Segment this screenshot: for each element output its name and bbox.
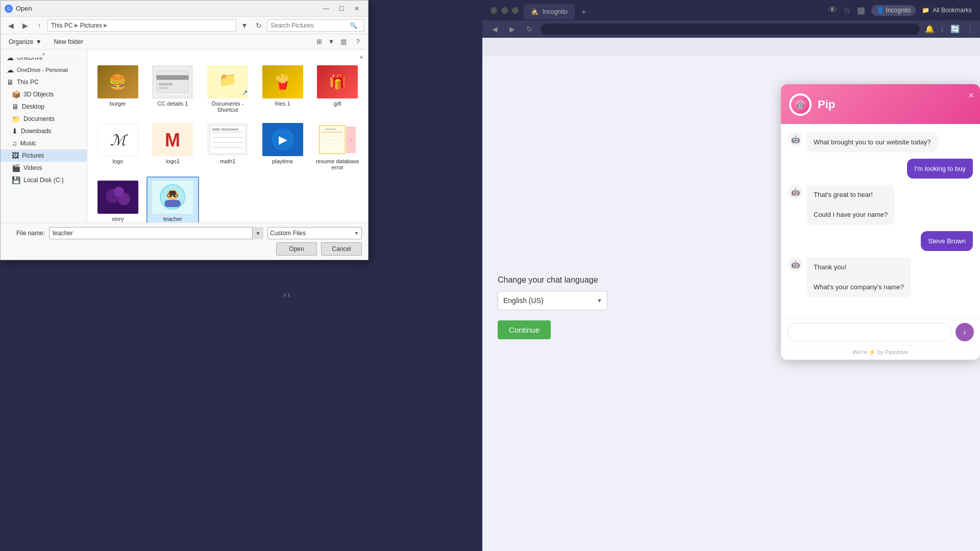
filename-dropdown-btn[interactable]: ▼ xyxy=(252,227,263,239)
bot-icon-1: 🤖 xyxy=(791,135,800,143)
user-msg-2-text: Steve Brown xyxy=(928,237,966,245)
refresh-btn[interactable]: ↻ xyxy=(253,19,265,32)
sidebar-item-onedrive-personal[interactable]: ☁ OneDrive - Personal xyxy=(1,64,87,76)
pip-send-btn[interactable]: › xyxy=(955,323,974,341)
dialog-forward-btn[interactable]: ▶ xyxy=(19,19,31,32)
dialog-window-controls[interactable]: — ☐ ✕ xyxy=(319,4,364,14)
pip-bubble-user-1: I'm looking to buy xyxy=(907,159,973,179)
sidebar-item-desktop[interactable]: 🖥 Desktop xyxy=(1,101,87,113)
breadcrumb[interactable]: This PC ▶ Pictures ▶ xyxy=(47,19,236,32)
all-bookmarks[interactable]: 📁 All Bookmarks xyxy=(922,5,972,16)
forward-btn-rp[interactable]: ▶ xyxy=(506,23,518,35)
pip-bot-avatar-3: 🤖 xyxy=(788,257,802,271)
dialog-nav-toolbar: ◀ ▶ ↑ This PC ▶ Pictures ▶ ▼ ↻ 🔍 xyxy=(1,17,368,34)
language-select[interactable]: English (US) xyxy=(498,291,607,310)
file-label-resume: resume database error xyxy=(315,158,360,170)
window-controls[interactable] xyxy=(491,7,519,14)
files-grid: 🍔 burger xyxy=(91,61,364,222)
sidebar-item-documents[interactable]: 📁 Documents xyxy=(1,113,87,125)
pip-avatar: 🤖 xyxy=(789,93,812,116)
filename-input-wrapper[interactable]: ▼ xyxy=(49,227,263,239)
downloads-label: Downloads xyxy=(21,128,51,135)
view-grid-btn[interactable]: ⊞ xyxy=(313,36,325,47)
file-docs-shortcut[interactable]: 📁 ↗ Documents - Shortcut xyxy=(201,61,254,117)
search-box[interactable]: 🔍 xyxy=(267,19,364,32)
language-select-wrapper[interactable]: English (US) xyxy=(498,291,607,310)
pip-text-input[interactable] xyxy=(787,323,951,341)
incognito-badge: 👤 Incognito xyxy=(871,5,916,16)
sidebar-item-downloads[interactable]: ⬇ Downloads xyxy=(1,125,87,137)
minimize-btn[interactable] xyxy=(491,7,497,14)
file-teacher[interactable]: teacher xyxy=(146,177,200,222)
onedrive-personal-label: OneDrive - Personal xyxy=(17,67,68,73)
ellipsis-icon[interactable]: ⋮ xyxy=(966,24,974,34)
help-btn[interactable]: ? xyxy=(352,36,364,47)
bookmark-icon[interactable]: 🔔 xyxy=(925,24,935,34)
file-resume[interactable]: Resume ! resume database error xyxy=(311,119,364,174)
back-btn-rp[interactable]: ◀ xyxy=(488,23,501,35)
file-burger[interactable]: 🍔 burger xyxy=(91,61,144,117)
filetype-select[interactable]: Custom Files All Files (*.*) xyxy=(267,227,362,239)
file-story[interactable]: story xyxy=(91,177,144,222)
incognito-tab[interactable]: 🕵 Incognito xyxy=(524,4,575,19)
dialog-title-text: Open xyxy=(16,5,32,12)
star-icon[interactable]: ☆ xyxy=(843,5,851,16)
this-pc-label: This PC xyxy=(17,79,39,86)
continue-btn[interactable]: Continue xyxy=(498,320,551,339)
search-input[interactable] xyxy=(271,22,350,29)
new-tab-btn[interactable]: + xyxy=(577,5,591,19)
sidebar-icon[interactable]: ▦ xyxy=(857,5,865,16)
file-logo[interactable]: ℳ logo xyxy=(91,119,144,174)
file-playtime[interactable]: ▶ playtime xyxy=(256,119,309,174)
filename-input[interactable] xyxy=(49,227,263,239)
cancel-btn[interactable]: Cancel xyxy=(321,242,362,256)
dialog-up-btn[interactable]: ↑ xyxy=(33,19,45,32)
new-folder-btn[interactable]: New folder xyxy=(50,37,87,47)
maximize-btn[interactable] xyxy=(501,7,508,14)
file-math1[interactable]: Math Worksheet math1 xyxy=(201,119,254,174)
refresh-btn-rp[interactable]: ↻ xyxy=(523,23,535,35)
file-thumb-logo: ℳ xyxy=(97,123,138,156)
pip-header: 🤖 Pip × xyxy=(781,84,980,124)
sidebar-item-3d-objects[interactable]: 📦 3D Objects xyxy=(1,88,87,101)
resize-handle[interactable] xyxy=(283,293,290,297)
dialog-minimize-btn[interactable]: — xyxy=(319,4,333,14)
pip-bubble-bot-3: Thank you!What's your company's name? xyxy=(806,257,911,297)
file-fries[interactable]: 🍟 fries 1 xyxy=(256,61,309,117)
scroll-up-arrow[interactable]: ▲ xyxy=(359,54,364,59)
filetype-wrapper[interactable]: Custom Files All Files (*.*) xyxy=(267,227,362,239)
breadcrumb-pictures: Pictures xyxy=(80,22,102,29)
sidebar-item-pictures[interactable]: 🖼 Pictures xyxy=(1,149,87,162)
dialog-title-icon: G xyxy=(5,5,13,13)
bot-icon-2: 🤖 xyxy=(791,188,800,196)
dialog-close-btn[interactable]: ✕ xyxy=(350,4,364,14)
sidebar-item-this-pc[interactable]: 🖥 This PC xyxy=(1,76,87,88)
downloads-icon: ⬇ xyxy=(12,127,18,135)
pip-close-btn[interactable]: × xyxy=(968,90,974,101)
dialog-back-btn[interactable]: ◀ xyxy=(5,19,17,32)
settings-icon[interactable]: ↕ xyxy=(941,24,945,34)
open-btn[interactable]: Open xyxy=(276,242,317,256)
preview-pane-btn[interactable]: ▥ xyxy=(337,36,350,47)
file-gift[interactable]: 🎁 gift xyxy=(311,61,364,117)
sidebar-item-videos[interactable]: 🎬 Videos xyxy=(1,162,87,174)
sidebar-item-local-disk[interactable]: 💾 Local Disk (C:) xyxy=(1,174,87,186)
pictures-label: Pictures xyxy=(22,152,44,159)
breadcrumb-dropdown-btn[interactable]: ▼ xyxy=(238,19,251,32)
refresh-icon[interactable]: 🔄 xyxy=(950,24,960,34)
close-btn-browser[interactable] xyxy=(512,7,519,14)
organize-label: Organize xyxy=(9,38,34,45)
address-bar[interactable] xyxy=(541,23,920,35)
svg-rect-39 xyxy=(164,200,181,207)
pip-input-area: › xyxy=(781,318,980,345)
sidebar-item-music[interactable]: ♫ Music xyxy=(1,137,87,149)
local-disk-label: Local Disk (C:) xyxy=(23,177,64,184)
view-dropdown-btn[interactable]: ▼ xyxy=(327,36,335,47)
organize-btn[interactable]: Organize ▼ xyxy=(5,37,46,47)
music-icon: ♫ xyxy=(12,139,17,147)
bot-icon-3: 🤖 xyxy=(791,260,800,268)
dialog-maximize-btn[interactable]: ☐ xyxy=(334,4,349,14)
file-cc-details[interactable]: CC details 1 xyxy=(146,61,200,117)
file-logo1[interactable]: M logo1 xyxy=(146,119,200,174)
sidebar-scroll-up[interactable]: ▲ xyxy=(1,49,87,58)
